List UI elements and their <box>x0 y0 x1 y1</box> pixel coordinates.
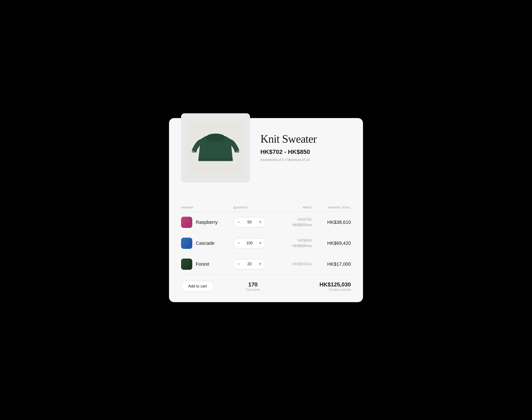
product-info: Knit Sweater HK$702 - HK$850 Increments … <box>260 128 351 162</box>
price-original-raspberry: HK$855/ea <box>292 223 312 227</box>
variants-table: VARIANT QUANTITY PRICE VARIANT TOTAL Ras… <box>181 206 351 292</box>
table-row: Raspberry − 50 + HK$780 HK$855/ea HK$38,… <box>181 212 351 233</box>
product-subtotal-section: HK$125,030 Product subtotal <box>272 281 351 291</box>
product-price: HK$702 - HK$850 <box>260 149 351 155</box>
total-items-section: 170 Total items <box>233 281 272 291</box>
quantity-control-cascade: − 100 + <box>233 238 272 248</box>
subtotal-label: Product subtotal <box>272 288 351 291</box>
header-variant: VARIANT <box>181 206 233 209</box>
qty-value-forest: 20 <box>244 262 255 266</box>
table-header: VARIANT QUANTITY PRICE VARIANT TOTAL <box>181 206 351 212</box>
increment-cascade-button[interactable]: + <box>255 238 265 248</box>
subtotal-value: HK$125,030 <box>272 281 351 288</box>
price-col-forest: HK$855/ea <box>272 262 312 266</box>
swatch-cascade <box>181 238 192 249</box>
svg-rect-9 <box>198 158 233 161</box>
header-quantity: QUANTITY <box>233 206 272 209</box>
quantity-control-raspberry: − 50 + <box>233 217 272 227</box>
table-row: Cascade − 100 + HK$694 HK$855/ea HK$69,4… <box>181 233 351 254</box>
svg-rect-10 <box>192 150 196 153</box>
product-card: Knit Sweater HK$702 - HK$850 Increments … <box>169 118 363 302</box>
variant-name-forest: Forest <box>196 261 209 267</box>
footer-row: Add to cart 170 Total items HK$125,030 P… <box>181 275 351 292</box>
increment-forest-button[interactable]: + <box>255 259 265 269</box>
decrement-forest-button[interactable]: − <box>233 259 244 269</box>
quantity-control-forest: − 20 + <box>233 259 272 269</box>
variant-info-forest: Forest <box>181 258 233 270</box>
variant-total-raspberry: HK$38,610 <box>312 220 351 225</box>
variant-total-forest: HK$17,000 <box>312 261 351 267</box>
variant-info-raspberry: Raspberry <box>181 217 233 228</box>
qty-value-raspberry: 50 <box>244 220 255 225</box>
add-to-cart-wrapper: Add to cart <box>181 281 233 292</box>
variant-rows: Raspberry − 50 + HK$780 HK$855/ea HK$38,… <box>181 212 351 275</box>
header-price: PRICE <box>272 206 312 209</box>
swatch-raspberry <box>181 217 192 228</box>
quantity-stepper-forest[interactable]: − 20 + <box>233 259 266 269</box>
price-original-cascade: HK$855/ea <box>292 244 312 248</box>
price-current-raspberry: HK$780 <box>298 217 312 222</box>
variant-name-cascade: Cascade <box>196 240 214 246</box>
decrement-cascade-button[interactable]: − <box>233 238 244 248</box>
variant-info-cascade: Cascade <box>181 238 233 249</box>
variant-total-cascade: HK$69,420 <box>312 240 351 246</box>
increment-raspberry-button[interactable]: + <box>255 217 265 227</box>
product-title: Knit Sweater <box>260 133 351 145</box>
quantity-stepper-raspberry[interactable]: − 50 + <box>233 217 266 227</box>
add-to-cart-button[interactable]: Add to cart <box>181 281 214 292</box>
top-section: Knit Sweater HK$702 - HK$850 Increments … <box>181 128 351 197</box>
variant-name-raspberry: Raspberry <box>196 220 218 225</box>
price-only-forest: HK$855/ea <box>292 262 312 266</box>
sweater-illustration <box>188 120 244 176</box>
price-col-raspberry: HK$780 HK$855/ea <box>272 217 312 227</box>
svg-rect-11 <box>235 150 239 153</box>
quantity-stepper-cascade[interactable]: − 100 + <box>233 238 266 248</box>
header-variant-total: VARIANT TOTAL <box>312 206 351 209</box>
qty-value-cascade: 100 <box>244 241 255 245</box>
table-row: Forest − 20 + HK$855/ea HK$17,000 <box>181 254 351 274</box>
svg-point-2 <box>206 134 225 141</box>
swatch-forest <box>181 258 192 270</box>
decrement-raspberry-button[interactable]: − <box>233 217 244 227</box>
price-col-cascade: HK$694 HK$855/ea <box>272 238 312 248</box>
total-items-label: Total items <box>233 288 272 291</box>
total-items-value: 170 <box>233 281 272 288</box>
price-current-cascade: HK$694 <box>298 238 312 243</box>
product-meta: Increments of 5 • Minimum of 10 <box>260 158 351 162</box>
product-image <box>181 113 250 182</box>
